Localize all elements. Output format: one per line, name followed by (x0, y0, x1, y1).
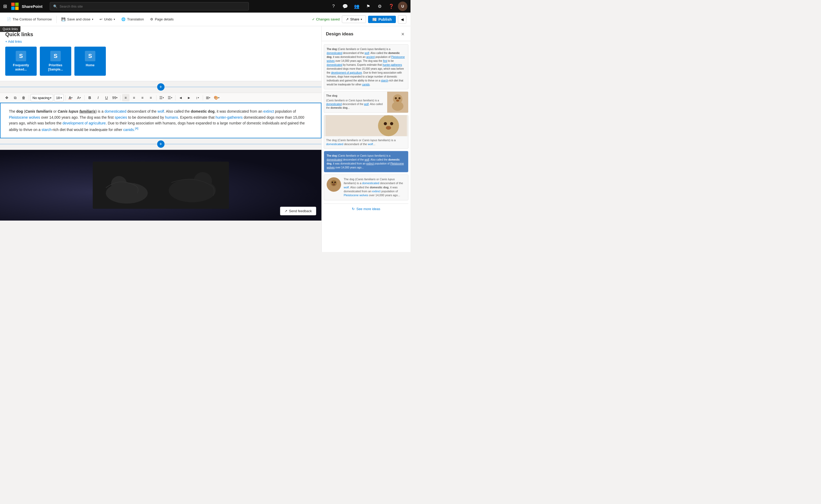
close-design-panel-button[interactable]: ✕ (399, 30, 406, 38)
link-canids[interactable]: canids.[4] (123, 128, 138, 132)
design-idea-card-4[interactable]: The dog (Canis familiaris or Canis lupus… (324, 151, 408, 172)
link-hunter-gatherers[interactable]: hunter-gatherers (216, 115, 243, 119)
design-panel-body[interactable]: The dog (Canis familiaris or Canis lupus… (322, 41, 411, 252)
svg-point-9 (398, 97, 401, 99)
font-color-button[interactable]: A ▾ (67, 94, 74, 101)
svg-point-14 (390, 122, 393, 125)
sharepoint-label: SharePoint (22, 4, 42, 9)
align-left-button[interactable]: ≡ (122, 94, 129, 101)
indent-decrease-button[interactable]: ◄ (177, 94, 184, 101)
fmt-sep-6 (175, 95, 176, 100)
add-section-button-2[interactable]: + (0, 140, 321, 148)
svg-point-12 (378, 115, 399, 136)
underline-button[interactable]: U (103, 94, 110, 101)
design-idea-card-1[interactable]: The dog (Canis familiaris or Canis lupus… (324, 44, 408, 89)
add-section-button-1[interactable]: + (0, 83, 321, 91)
page-content[interactable]: Quick links Quick links + Add links S Fr… (0, 26, 321, 252)
flag-icon[interactable]: ⚑ (363, 2, 373, 11)
table-button[interactable]: ⊞ ▾ (205, 94, 212, 101)
settings-icon[interactable]: ⚙ (375, 2, 384, 11)
publish-icon: 📰 (372, 17, 377, 21)
italic-button[interactable]: I (95, 94, 102, 101)
dog-image-card[interactable] (93, 162, 229, 209)
search-input[interactable] (59, 4, 245, 8)
check-icon: ✓ (312, 17, 315, 21)
avatar[interactable]: U (398, 2, 407, 11)
collapse-panel-button[interactable]: ◀ (398, 15, 406, 24)
line-spacing-caret: ▾ (198, 96, 199, 99)
plus-icon-2: + (157, 140, 165, 148)
page-details-button[interactable]: ⚙ Page details (147, 16, 176, 23)
link-development[interactable]: development of agriculture (63, 121, 106, 125)
color-picker-button[interactable]: 🎨 ▾ (213, 94, 220, 101)
send-feedback-button[interactable]: ↗ Send feedback (280, 207, 316, 215)
link-starch[interactable]: starch (42, 128, 52, 132)
align-justify-button[interactable]: ≡ (147, 94, 155, 101)
undo-caret-icon: ▾ (114, 18, 115, 21)
design-idea-card-5[interactable]: The dog (Canis familiaris or Canis lupus… (324, 174, 408, 200)
design-idea-card-2[interactable]: The dog (Canis familiaris or Canis lupus… (324, 91, 408, 113)
bullet-caret: ▾ (163, 96, 164, 99)
chat-icon[interactable]: 💬 (340, 2, 350, 11)
bold-button[interactable]: B (86, 94, 94, 101)
search-box[interactable]: 🔍 (50, 2, 249, 10)
idea-3-text: The dog (Canis familiaris or Canis lupus… (324, 136, 408, 149)
undo-button[interactable]: ↩ Undo ▾ (97, 16, 118, 23)
idea-3-image (324, 115, 408, 136)
help-icon[interactable]: ❓ (386, 2, 396, 11)
idea-2-dog-image (387, 92, 408, 113)
copy-button[interactable]: ⧉ (12, 94, 19, 101)
design-idea-card-3[interactable]: The dog (Canis familiaris or Canis lupus… (324, 115, 408, 149)
link-humans[interactable]: humans (165, 115, 178, 119)
design-ideas-panel: Design ideas ✕ The dog (Canis familiaris… (321, 26, 411, 252)
fmt-sep-1 (29, 95, 29, 100)
svg-point-19 (334, 182, 336, 183)
superscript-button[interactable]: 99 ▾ (111, 94, 119, 101)
link-card-icon-home: S (85, 51, 95, 61)
refresh-icon: ↻ (352, 207, 355, 211)
align-center-button[interactable]: ≡ (130, 94, 138, 101)
style-dropdown[interactable]: No spacing ▾ (31, 94, 53, 101)
microsoft-logo[interactable] (11, 3, 19, 10)
color-caret: ▾ (218, 96, 220, 99)
text-content-editor[interactable]: The dog (Canis familiaris or Canis lupus… (0, 103, 321, 138)
link-card-label-faq: Frequently asked... (8, 63, 34, 72)
page-label[interactable]: 📄 The Contoso of Tomorrow (4, 16, 54, 23)
link-extinct[interactable]: extinct (263, 109, 274, 113)
style-dropdown-caret: ▾ (50, 96, 51, 99)
changes-saved-label: ✓ Changes saved (312, 17, 340, 21)
idea-5-round-image (327, 177, 341, 192)
align-right-button[interactable]: ≡ (139, 94, 146, 101)
share-button[interactable]: ↗ Share ▾ (342, 15, 366, 23)
fmt-sep-7 (203, 95, 203, 100)
link-card-faq[interactable]: S Frequently asked... (5, 47, 37, 76)
font-size-dropdown[interactable]: 18 ▾ (54, 94, 63, 101)
link-card-priorities[interactable]: S Priorities [Sample... (40, 47, 71, 76)
people-icon[interactable]: 👥 (352, 2, 361, 11)
page-details-icon: ⚙ (150, 17, 153, 21)
svg-point-15 (386, 126, 391, 130)
link-pleistocene[interactable]: Pleistocene wolves (9, 115, 40, 119)
indent-increase-button[interactable]: ► (185, 94, 193, 101)
feedback-icon: ↗ (284, 209, 287, 213)
line-spacing-button[interactable]: ↕ ▾ (194, 94, 201, 101)
help-ring-icon[interactable]: ? (329, 2, 338, 11)
see-more-ideas-button[interactable]: ↻ See more ideas (324, 204, 408, 214)
translation-button[interactable]: 🌐 Translation (119, 16, 146, 23)
add-links-button[interactable]: + Add links (5, 40, 316, 43)
link-card-icon-faq: S (16, 51, 26, 61)
svg-point-4 (194, 172, 212, 190)
link-wolf[interactable]: wolf (157, 109, 164, 113)
link-card-label-priorities: Priorities [Sample... (43, 63, 68, 72)
publish-button[interactable]: 📰 Publish (368, 16, 396, 23)
link-domesticated[interactable]: domesticated (105, 109, 126, 113)
link-card-home[interactable]: S Home (74, 47, 106, 76)
move-handle[interactable]: ✥ (3, 94, 10, 101)
link-species[interactable]: species (115, 115, 127, 119)
app-menu-icon[interactable]: ⊞ (3, 3, 7, 9)
highlight-button[interactable]: A ▾ (75, 94, 83, 101)
save-and-close-button[interactable]: 💾 Save and close ▾ (59, 16, 96, 23)
delete-button[interactable]: 🗑 (20, 94, 27, 101)
numbered-list-button[interactable]: ☰ ▾ (166, 94, 174, 101)
bullet-list-button[interactable]: ☰ ▾ (158, 94, 165, 101)
